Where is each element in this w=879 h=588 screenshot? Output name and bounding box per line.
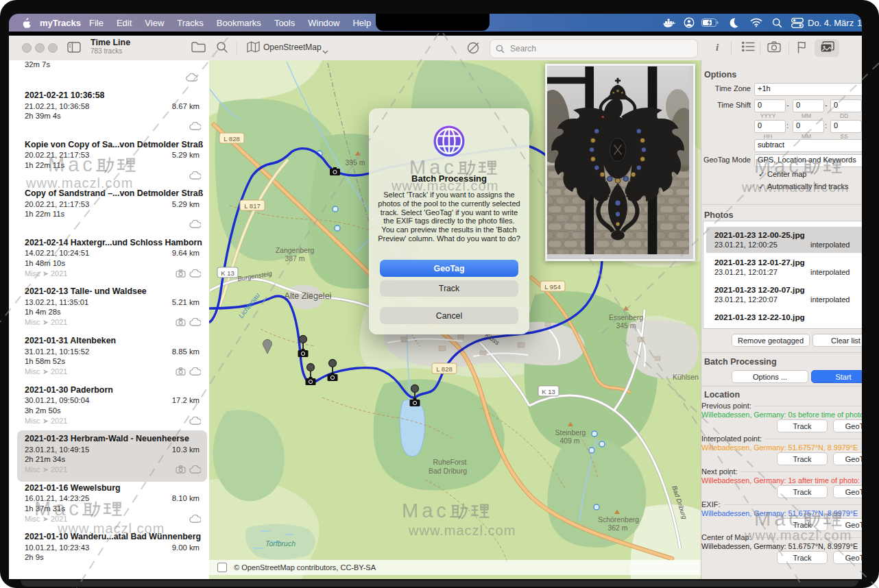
location-link[interactable]: Willebadessen, Germany: 0s before time o…	[701, 411, 862, 419]
time-shift-field[interactable]: 0	[754, 120, 786, 133]
track-button[interactable]: Track	[380, 280, 518, 297]
cancel-button[interactable]: Cancel	[380, 307, 518, 324]
track-row[interactable]: 2021-02-13 Talle- und Waldsee 13.02.21, …	[17, 283, 207, 334]
menu-tools[interactable]: Tools	[274, 18, 295, 28]
info-icon[interactable]: i	[716, 42, 719, 53]
track-row[interactable]: 2021-01-23 Herbram-Wald - Neuenheerse 23…	[17, 430, 207, 482]
time-shift-field[interactable]: 0	[830, 120, 862, 133]
geotag-mode-field[interactable]: GPS, Location and Keywords	[754, 154, 862, 167]
track-row[interactable]: Kopie von Copy of Sa...von Detmolder Str…	[17, 136, 207, 188]
menu-tracks[interactable]: Tracks	[177, 18, 204, 28]
apple-menu-icon[interactable]	[22, 17, 32, 28]
track-row[interactable]: 2021-02-14 Haxtergr...und Schloss Hambor…	[17, 234, 207, 286]
user-icon[interactable]	[684, 17, 695, 28]
location-link[interactable]: Willebadessen, Germany: 51.6757°N, 8.997…	[701, 509, 858, 517]
track-duration: 1h 37m 31s	[25, 504, 203, 513]
list-icon[interactable]	[742, 41, 755, 55]
photos-list[interactable]: 2021-01-23 12-00-25.jpg 23.01.21, 12:00:…	[703, 221, 862, 329]
track-row[interactable]: 2021-01-30 Paderborn 30.01.21, 09:50:041…	[17, 382, 207, 433]
checkbox-label[interactable]: Center map	[767, 170, 806, 178]
photo-row[interactable]: 2021-01-23 12-22-10.jpg	[714, 313, 805, 322]
location-track-button[interactable]: Track	[777, 485, 828, 498]
location-link[interactable]: Willebadessen, Germany: 51.6757°N, 8.997…	[701, 542, 858, 550]
track-date: 20.02.21, 21:17:53	[25, 151, 89, 159]
location-geotag-button[interactable]: GeoTag	[833, 485, 862, 498]
map[interactable]: L 828 L 817 K 13 L 954 L 828 K 13 395 mZ…	[209, 60, 701, 579]
track-row[interactable]: 2021-01-16 Wewelsburg 16.01.21, 14:23:25…	[17, 480, 207, 531]
track-duration: 1h 58m 52s	[25, 357, 203, 365]
shift-mode-field[interactable]: subtract	[754, 139, 862, 152]
track-duration: 1h 22m 11s	[25, 210, 203, 218]
minimize-button[interactable]	[35, 43, 45, 53]
location-track-button[interactable]: Track	[777, 518, 828, 531]
road-badge: K 13	[217, 267, 238, 278]
search-input[interactable]	[509, 43, 662, 54]
time-shift-field[interactable]: 0	[793, 120, 824, 133]
control-center-icon[interactable]	[791, 17, 804, 28]
menu-window[interactable]: Window	[308, 18, 339, 28]
map-provider-label[interactable]: OpenStreetMap	[263, 42, 322, 52]
search-status-icon[interactable]	[772, 17, 782, 28]
camera-toolbar-icon[interactable]	[767, 41, 781, 56]
time-zone-label: Time Zone	[701, 84, 751, 93]
eagle-photo	[547, 66, 689, 255]
photo-preview[interactable]	[545, 64, 695, 261]
time-shift-field[interactable]: 0	[793, 99, 824, 112]
track-row[interactable]: Copy of Sandstrand –...von Detmolder Str…	[17, 185, 207, 236]
photo-row[interactable]: 2021-01-23 12-20-07.jpg	[714, 285, 805, 295]
sidebar-toggle-icon[interactable]	[67, 41, 81, 56]
search-field[interactable]	[490, 39, 698, 58]
wifi-icon[interactable]	[750, 17, 762, 28]
track-list-sidebar[interactable]: 32m 7s 2021-02-21 10:36:58 21.02.21, 10:…	[9, 60, 210, 579]
app-menu-title[interactable]: myTracks	[40, 18, 81, 28]
menu-bookmarks[interactable]: Bookmarks	[217, 18, 261, 28]
menu-file[interactable]: File	[89, 18, 104, 28]
map-icon[interactable]	[247, 41, 260, 56]
location-geotag-button[interactable]: GeoTag	[833, 518, 862, 531]
close-button[interactable]	[22, 43, 32, 53]
clear-list-button[interactable]: Clear list	[812, 334, 862, 347]
attribution-checkbox[interactable]	[217, 563, 227, 572]
menu-edit[interactable]: Edit	[117, 18, 132, 28]
location-geotag-button[interactable]: GeoTag	[833, 551, 862, 564]
chevron-down-icon[interactable]	[322, 45, 328, 57]
track-title: Copy of Sandstrand –...von Detmolder Str…	[25, 188, 203, 198]
time-zone-field[interactable]: +1h	[754, 83, 862, 96]
location-link[interactable]: Willebadessen, Germany: 1s after time of…	[701, 476, 862, 485]
remove-geotagged-button[interactable]: Remove geotagged	[732, 334, 810, 347]
battery-icon[interactable]	[701, 17, 719, 28]
photo-row[interactable]: 2021-01-23 12-01-27.jpg	[714, 258, 805, 267]
flag-icon[interactable]	[797, 41, 808, 56]
folder-icon[interactable]	[191, 41, 206, 56]
docker-icon[interactable]	[663, 17, 676, 28]
menu-help[interactable]: Help	[352, 18, 371, 28]
track-date: 14.02.21, 10:24:51	[25, 249, 89, 257]
checkbox-label[interactable]: Automatically find tracks	[767, 182, 849, 191]
checkbox-checked[interactable]: ✓	[758, 170, 764, 179]
search-icon[interactable]	[216, 41, 228, 56]
location-link[interactable]: Willebadessen, Germany: 51.6757°N, 8.997…	[701, 443, 858, 452]
zoom-button[interactable]	[48, 43, 58, 53]
map-label: 362 m	[607, 524, 627, 532]
time-shift-field[interactable]: 0	[830, 99, 862, 112]
photos-panel-icon[interactable]	[820, 41, 834, 56]
geotag-button[interactable]: GeoTag	[380, 260, 518, 277]
menu-bar-date[interactable]: Do. 4. März	[808, 17, 854, 28]
location-track-button[interactable]: Track	[777, 452, 828, 465]
start-button[interactable]: Start	[811, 370, 862, 383]
location-geotag-button[interactable]: GeoTag	[833, 452, 862, 465]
checkbox-checked[interactable]: ✓	[758, 182, 764, 191]
batch-options-button[interactable]: Options ...	[732, 370, 808, 383]
menu-view[interactable]: View	[145, 18, 164, 28]
photo-row[interactable]: 2021-01-23 12-00-25.jpg	[714, 230, 805, 240]
track-row[interactable]: 2021-01-31 Altenbeken 31.01.21, 10:15:52…	[17, 332, 207, 384]
location-geotag-button[interactable]: GeoTag	[833, 419, 862, 432]
track-row[interactable]: 2021-02-21 10:36:58 21.02.21, 10:36:588.…	[17, 87, 207, 138]
location-track-button[interactable]: Track	[777, 551, 828, 564]
draw-track-icon[interactable]	[467, 41, 481, 58]
location-track-button[interactable]: Track	[777, 419, 828, 432]
time-shift-field[interactable]: 0	[754, 99, 786, 112]
moon-icon[interactable]	[728, 17, 739, 28]
road-badge: L 828	[432, 363, 457, 373]
track-row[interactable]: 2021-01-10 Wanderu...atal Bad Wünnenberg…	[17, 528, 207, 579]
